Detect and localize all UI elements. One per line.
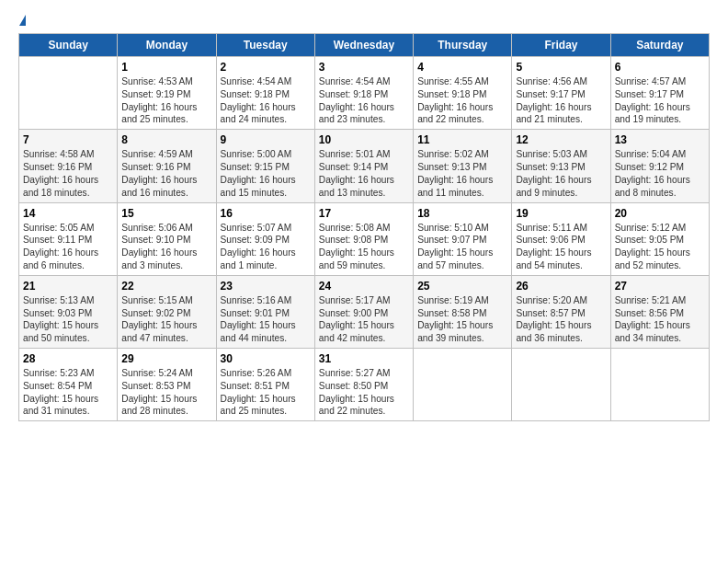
- daylight-text: Daylight: 15 hours and 59 minutes.: [319, 247, 409, 272]
- sunrise-text: Sunrise: 4:53 AM: [121, 75, 211, 88]
- day-number: 22: [121, 279, 211, 293]
- sunrise-text: Sunrise: 5:21 AM: [615, 294, 705, 307]
- day-number: 20: [615, 206, 705, 221]
- day-number: 15: [121, 206, 211, 221]
- calendar-week-row: 14Sunrise: 5:05 AMSunset: 9:11 PMDayligh…: [19, 202, 710, 275]
- day-header-friday: Friday: [512, 34, 610, 57]
- sunrise-text: Sunrise: 5:13 AM: [23, 294, 113, 307]
- sunrise-text: Sunrise: 5:23 AM: [23, 367, 113, 380]
- calendar-cell: 30Sunrise: 5:26 AMSunset: 8:51 PMDayligh…: [216, 349, 314, 421]
- daylight-text: Daylight: 15 hours and 57 minutes.: [417, 247, 507, 272]
- sunset-text: Sunset: 9:01 PM: [221, 307, 311, 320]
- calendar-cell: 11Sunrise: 5:02 AMSunset: 9:13 PMDayligh…: [414, 130, 512, 202]
- day-number: 16: [221, 206, 311, 221]
- daylight-text: Daylight: 15 hours and 54 minutes.: [516, 247, 606, 272]
- daylight-text: Daylight: 16 hours and 19 minutes.: [615, 101, 705, 127]
- day-number: 31: [319, 351, 409, 366]
- daylight-text: Daylight: 15 hours and 42 minutes.: [319, 319, 409, 345]
- daylight-text: Daylight: 16 hours and 15 minutes.: [221, 174, 311, 200]
- daylight-text: Daylight: 16 hours and 11 minutes.: [417, 174, 507, 200]
- daylight-text: Daylight: 15 hours and 50 minutes.: [23, 319, 113, 345]
- daylight-text: Daylight: 16 hours and 8 minutes.: [615, 174, 705, 200]
- sunset-text: Sunset: 9:14 PM: [319, 161, 409, 174]
- calendar-cell: 7Sunrise: 4:58 AMSunset: 9:16 PMDaylight…: [19, 130, 118, 202]
- sunset-text: Sunset: 8:51 PM: [221, 380, 311, 393]
- calendar-cell: [512, 349, 610, 421]
- sunrise-text: Sunrise: 5:11 AM: [516, 222, 606, 235]
- page: SundayMondayTuesdayWednesdayThursdayFrid…: [0, 0, 728, 432]
- calendar-cell: 20Sunrise: 5:12 AMSunset: 9:05 PMDayligh…: [610, 202, 709, 275]
- sunset-text: Sunset: 9:18 PM: [221, 88, 311, 101]
- calendar-cell: 25Sunrise: 5:19 AMSunset: 8:58 PMDayligh…: [414, 275, 512, 348]
- sunrise-text: Sunrise: 5:06 AM: [121, 222, 211, 235]
- calendar-cell: 13Sunrise: 5:04 AMSunset: 9:12 PMDayligh…: [610, 130, 709, 202]
- calendar-cell: 31Sunrise: 5:27 AMSunset: 8:50 PMDayligh…: [314, 349, 413, 421]
- sunrise-text: Sunrise: 5:03 AM: [516, 148, 606, 161]
- calendar-cell: 10Sunrise: 5:01 AMSunset: 9:14 PMDayligh…: [314, 130, 413, 202]
- sunset-text: Sunset: 9:16 PM: [23, 161, 113, 174]
- header: [18, 17, 710, 28]
- calendar-cell: [19, 57, 118, 130]
- calendar-cell: 26Sunrise: 5:20 AMSunset: 8:57 PMDayligh…: [512, 275, 610, 348]
- sunset-text: Sunset: 9:08 PM: [319, 234, 409, 247]
- calendar-cell: 15Sunrise: 5:06 AMSunset: 9:10 PMDayligh…: [118, 202, 216, 275]
- calendar-cell: 1Sunrise: 4:53 AMSunset: 9:19 PMDaylight…: [118, 57, 216, 130]
- daylight-text: Daylight: 15 hours and 25 minutes.: [221, 393, 311, 419]
- sunrise-text: Sunrise: 5:04 AM: [615, 148, 705, 161]
- day-number: 13: [615, 132, 705, 147]
- day-header-wednesday: Wednesday: [314, 34, 413, 57]
- sunrise-text: Sunrise: 4:58 AM: [23, 148, 113, 161]
- sunset-text: Sunset: 9:15 PM: [221, 161, 311, 174]
- calendar-body: 1Sunrise: 4:53 AMSunset: 9:19 PMDaylight…: [19, 57, 710, 421]
- sunrise-text: Sunrise: 5:02 AM: [417, 148, 507, 161]
- sunset-text: Sunset: 8:57 PM: [516, 307, 606, 320]
- day-number: 25: [417, 279, 507, 293]
- logo-triangle-icon: [19, 15, 26, 26]
- sunset-text: Sunset: 9:06 PM: [516, 234, 606, 247]
- sunset-text: Sunset: 9:00 PM: [319, 307, 409, 320]
- daylight-text: Daylight: 15 hours and 39 minutes.: [417, 319, 507, 345]
- calendar-cell: 14Sunrise: 5:05 AMSunset: 9:11 PMDayligh…: [19, 202, 118, 275]
- day-header-thursday: Thursday: [414, 34, 512, 57]
- sunrise-text: Sunrise: 5:12 AM: [615, 222, 705, 235]
- sunrise-text: Sunrise: 5:07 AM: [221, 222, 311, 235]
- sunrise-text: Sunrise: 4:59 AM: [121, 148, 211, 161]
- calendar-cell: 22Sunrise: 5:15 AMSunset: 9:02 PMDayligh…: [118, 275, 216, 348]
- daylight-text: Daylight: 16 hours and 24 minutes.: [221, 101, 311, 127]
- daylight-text: Daylight: 15 hours and 22 minutes.: [319, 393, 409, 419]
- sunset-text: Sunset: 9:12 PM: [615, 161, 705, 174]
- daylight-text: Daylight: 15 hours and 52 minutes.: [615, 247, 705, 272]
- calendar-cell: 24Sunrise: 5:17 AMSunset: 9:00 PMDayligh…: [314, 275, 413, 348]
- calendar-week-row: 7Sunrise: 4:58 AMSunset: 9:16 PMDaylight…: [19, 130, 710, 202]
- calendar-week-row: 1Sunrise: 4:53 AMSunset: 9:19 PMDaylight…: [19, 57, 710, 130]
- sunset-text: Sunset: 9:09 PM: [221, 234, 311, 247]
- sunrise-text: Sunrise: 5:16 AM: [221, 294, 311, 307]
- day-number: 3: [319, 60, 409, 75]
- calendar-cell: [414, 349, 512, 421]
- day-number: 11: [417, 132, 507, 147]
- daylight-text: Daylight: 16 hours and 22 minutes.: [417, 101, 507, 127]
- sunset-text: Sunset: 9:07 PM: [417, 234, 507, 247]
- calendar-cell: 28Sunrise: 5:23 AMSunset: 8:54 PMDayligh…: [19, 349, 118, 421]
- daylight-text: Daylight: 15 hours and 28 minutes.: [121, 393, 211, 419]
- sunset-text: Sunset: 9:19 PM: [121, 88, 211, 101]
- daylight-text: Daylight: 16 hours and 23 minutes.: [319, 101, 409, 127]
- calendar-cell: 5Sunrise: 4:56 AMSunset: 9:17 PMDaylight…: [512, 57, 610, 130]
- sunrise-text: Sunrise: 4:57 AM: [615, 75, 705, 88]
- calendar-cell: [610, 349, 709, 421]
- day-number: 27: [615, 279, 705, 293]
- sunrise-text: Sunrise: 5:17 AM: [319, 294, 409, 307]
- calendar-cell: 29Sunrise: 5:24 AMSunset: 8:53 PMDayligh…: [118, 349, 216, 421]
- sunset-text: Sunset: 8:56 PM: [615, 307, 705, 320]
- day-number: 29: [121, 351, 211, 366]
- sunset-text: Sunset: 8:58 PM: [417, 307, 507, 320]
- day-number: 18: [417, 206, 507, 221]
- day-number: 5: [516, 60, 606, 75]
- day-number: 4: [417, 60, 507, 75]
- sunrise-text: Sunrise: 5:01 AM: [319, 148, 409, 161]
- daylight-text: Daylight: 16 hours and 25 minutes.: [121, 101, 211, 127]
- calendar-cell: 2Sunrise: 4:54 AMSunset: 9:18 PMDaylight…: [216, 57, 314, 130]
- day-number: 14: [23, 206, 113, 221]
- sunset-text: Sunset: 8:50 PM: [319, 380, 409, 393]
- daylight-text: Daylight: 15 hours and 34 minutes.: [615, 319, 705, 345]
